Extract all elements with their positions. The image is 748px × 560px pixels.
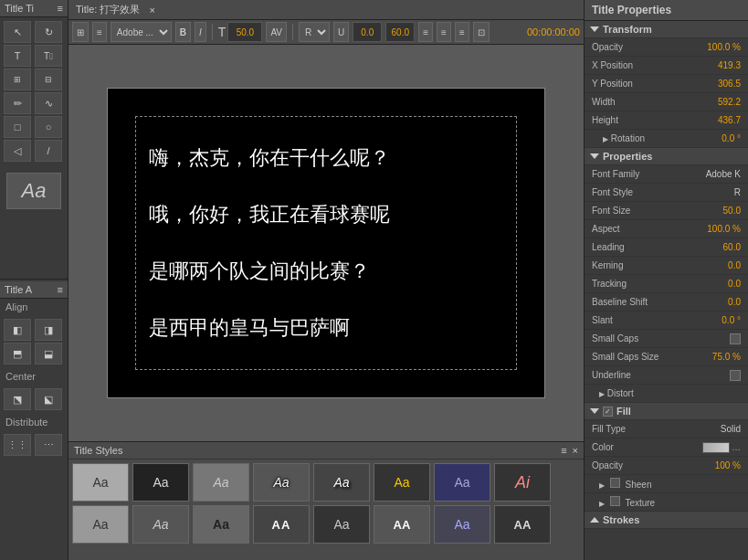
align-bottom[interactable]: ⬓ xyxy=(35,343,62,365)
xposition-value[interactable]: 419.3 xyxy=(718,60,741,70)
toolbar-list-btn[interactable]: ≡ xyxy=(92,22,107,42)
tool-text-h[interactable]: T xyxy=(4,45,31,67)
underline-label: Underline xyxy=(592,370,730,380)
style-item-11[interactable]: AA xyxy=(253,505,310,544)
toolbar-grid-btn[interactable]: ⊞ xyxy=(72,22,89,42)
font-style-row: Font Style R xyxy=(585,184,748,202)
tool-wedge[interactable]: ◁ xyxy=(4,140,31,162)
fill-section-header[interactable]: Fill xyxy=(585,403,748,420)
aspect-value[interactable]: 100.0 % xyxy=(707,224,741,234)
tool-tab2[interactable]: ⊟ xyxy=(35,69,62,90)
style-item-7[interactable]: Ai xyxy=(494,463,551,502)
align-right[interactable]: ◨ xyxy=(35,319,62,341)
fill-type-value[interactable]: Solid xyxy=(721,424,741,434)
small-caps-checkbox[interactable] xyxy=(730,333,741,344)
style-item-6[interactable]: Aa xyxy=(434,463,490,502)
font-size-value[interactable]: 50.0 xyxy=(723,206,741,216)
properties-section-header[interactable]: Properties xyxy=(585,148,748,165)
small-caps-size-value[interactable]: 75.0 % xyxy=(712,352,741,362)
tool-bezier[interactable]: ∿ xyxy=(35,92,62,114)
sheen-checkbox[interactable] xyxy=(610,478,620,488)
font-family-select[interactable]: Adobe ... xyxy=(111,22,172,42)
rotation-value[interactable]: 0.0 ° xyxy=(722,133,741,143)
style-item-12[interactable]: Aa xyxy=(313,505,370,544)
xposition-label: X Position xyxy=(592,60,718,70)
align-text-btn[interactable]: ≡ xyxy=(418,22,433,42)
small-caps-row: Small Caps xyxy=(585,330,748,348)
style-item-14[interactable]: Aa xyxy=(434,505,490,544)
center-h[interactable]: ⬔ xyxy=(4,388,31,410)
center-v[interactable]: ⬕ xyxy=(35,388,62,410)
style-item-3[interactable]: Aa xyxy=(253,463,310,502)
style-item-1[interactable]: Aa xyxy=(132,463,189,502)
aa-container: Aa xyxy=(0,165,68,217)
style-item-9[interactable]: Aa xyxy=(132,505,189,544)
tool-rect[interactable]: □ xyxy=(4,116,31,138)
baseline-value[interactable]: 0.0 xyxy=(728,297,741,307)
font-style-select[interactable]: R xyxy=(299,22,330,42)
aa-button[interactable]: Aa xyxy=(6,173,61,209)
style-item-8[interactable]: Aa xyxy=(72,505,129,544)
italic-btn[interactable]: I xyxy=(195,22,206,42)
canvas-area[interactable]: 嗨，杰克，你在干什么呢？ 哦，你好，我正在看球赛呢 是哪两个队之间的比赛？ 是西… xyxy=(68,45,584,441)
tracking-value[interactable]: 0.0 xyxy=(728,279,741,289)
style-item-5[interactable]: Aa xyxy=(374,463,430,502)
styles-menu-btn[interactable]: ≡ xyxy=(561,445,566,456)
kerning-value[interactable]: 0.0 xyxy=(728,260,741,270)
baseline-row: Baseline Shift 0.0 xyxy=(585,293,748,312)
kerning-label: Kerning xyxy=(592,260,728,270)
underline-checkbox[interactable] xyxy=(730,370,741,381)
title-ti-menu[interactable]: ≡ xyxy=(58,3,63,14)
align-right-btn[interactable]: ≡ xyxy=(455,22,469,42)
style-item-15[interactable]: AA xyxy=(494,505,551,544)
color-swatch[interactable]: … xyxy=(702,442,741,453)
fill-checkbox[interactable] xyxy=(603,407,613,417)
strokes-section-header[interactable]: Strokes xyxy=(585,512,748,529)
leading-input[interactable] xyxy=(385,22,415,42)
bold-btn[interactable]: B xyxy=(175,22,191,42)
underline-btn[interactable]: U xyxy=(333,22,349,42)
width-value[interactable]: 592.2 xyxy=(718,97,741,107)
font-size-input[interactable] xyxy=(227,22,262,42)
style-item-2[interactable]: Aa xyxy=(193,463,249,502)
kerning-btn[interactable]: AV xyxy=(266,22,287,42)
av-input[interactable] xyxy=(353,22,382,42)
style-item-10[interactable]: Aa xyxy=(193,505,249,544)
fill-opacity-value[interactable]: 100 % xyxy=(715,460,741,470)
opacity-value[interactable]: 100.0 % xyxy=(707,42,741,52)
distribute-label: Distribute xyxy=(0,414,68,430)
tool-pen[interactable]: ✏ xyxy=(4,92,31,114)
tab-stop-btn[interactable]: ⊡ xyxy=(473,22,490,42)
font-size-icon: T xyxy=(218,25,227,39)
leading-value[interactable]: 60.0 xyxy=(723,242,741,252)
tool-rotate[interactable]: ↻ xyxy=(35,21,62,43)
tool-text-v[interactable]: T⃦ xyxy=(35,45,62,67)
slant-row: Slant 0.0 ° xyxy=(585,312,748,330)
font-family-value[interactable]: Adobe K xyxy=(706,169,741,179)
color-row: Color … xyxy=(585,438,748,457)
tool-select[interactable]: ↖ xyxy=(4,21,31,43)
title-bar-close[interactable]: × xyxy=(150,5,155,16)
distribute-v[interactable]: ⋯ xyxy=(35,434,62,456)
style-item-13[interactable]: AA xyxy=(374,505,430,544)
center-tools: ⬔ ⬕ xyxy=(0,385,68,414)
slant-value[interactable]: 0.0 ° xyxy=(722,315,741,325)
tool-ellipse[interactable]: ○ xyxy=(35,116,62,138)
style-item-0[interactable]: Aa xyxy=(72,463,129,502)
font-style-value[interactable]: R xyxy=(734,187,741,197)
title-a-menu[interactable]: ≡ xyxy=(58,284,63,295)
height-value[interactable]: 436.7 xyxy=(718,115,741,125)
tool-tab[interactable]: ⊞ xyxy=(4,69,31,90)
transform-section-header[interactable]: Transform xyxy=(585,21,748,38)
align-label: Align xyxy=(0,299,68,315)
style-item-4[interactable]: Aa xyxy=(313,463,370,502)
yposition-value[interactable]: 306.5 xyxy=(718,79,741,89)
align-left[interactable]: ◧ xyxy=(4,319,31,341)
distribute-h[interactable]: ⋮⋮ xyxy=(4,434,31,456)
width-label: Width xyxy=(592,97,718,107)
tool-line[interactable]: / xyxy=(35,140,62,162)
align-center-btn[interactable]: ≡ xyxy=(437,22,451,42)
texture-checkbox[interactable] xyxy=(610,496,620,506)
align-top[interactable]: ⬒ xyxy=(4,343,31,365)
styles-close-btn[interactable]: × xyxy=(573,445,578,456)
